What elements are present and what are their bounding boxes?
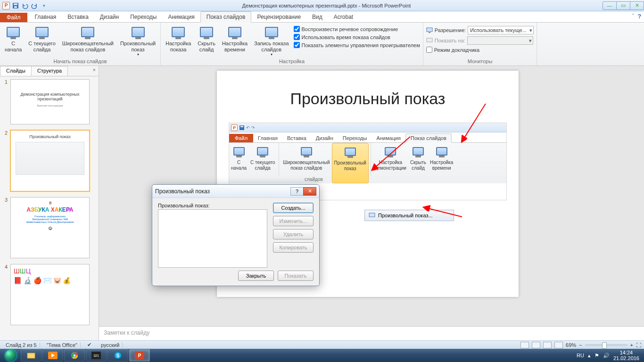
svg-rect-8 [369,213,375,217]
svg-point-16 [74,354,75,356]
tab-review[interactable]: Рецензирование [251,12,306,22]
svg-line-11 [424,207,462,217]
from-current-button[interactable]: С текущего слайда [26,24,57,53]
save-icon[interactable] [11,1,20,10]
tab-file[interactable]: Файл [0,13,27,22]
chk-controls[interactable]: Показать элементы управления проигрывате… [294,41,420,49]
notes-pane[interactable]: Заметки к слайду [99,326,644,340]
work-area: Слайды Структура × 1 Демонстрация компью… [0,66,644,340]
tab-outline[interactable]: Структура [31,66,68,76]
redo-icon[interactable] [30,1,39,10]
svg-rect-4 [429,32,430,33]
taskbar-skype[interactable]: S [107,349,128,362]
taskbar-mpc[interactable]: 321 [86,349,107,362]
tab-home[interactable]: Главная [29,12,62,22]
thumb-1[interactable]: Демонстрация компьютерных презентацийКра… [10,79,90,124]
dialog-listbox[interactable] [158,209,267,268]
inset-tab-home: Главная [253,134,282,142]
dialog-edit-button: Изменить... [273,216,314,226]
annotation-arrow-3 [420,203,467,222]
zoom-fit-button[interactable]: ⛶ [636,342,641,348]
status-bar: Слайд 2 из 5 "Тема Office" ✔ русский 69%… [0,340,644,349]
ribbon-group-monitors: Разрешение: Использовать текуще... Показ… [423,23,537,66]
thumbnails[interactable]: 1 Демонстрация компьютерных презентацийК… [0,76,99,340]
inset-tab-insert: Вставка [282,134,311,142]
view-normal-button[interactable] [520,342,529,348]
zoom-slider[interactable] [585,344,627,346]
chk-presenter-view[interactable]: Режим докладчика [426,46,479,53]
tab-insert[interactable]: Вставка [62,12,94,22]
view-slideshow-button[interactable] [554,342,563,348]
status-spellcheck-icon[interactable]: ✔ [84,342,94,348]
start-button[interactable] [2,349,20,362]
record-button[interactable]: Запись показа слайдов▾ [252,24,290,58]
panel-close-icon[interactable]: × [90,66,99,76]
tab-animations[interactable]: Анимация [162,12,200,22]
monitor-icon [426,27,433,33]
maximize-button[interactable]: ▭ [616,1,630,10]
dialog-create-button[interactable]: Создать... [273,203,314,213]
qat-customize-icon[interactable]: ▾ [40,1,48,10]
taskbar: 321 S P RU ▴ ⚑ 🔊 14:24 21.02.2016 [0,349,644,362]
svg-text:P: P [138,353,141,358]
taskbar-explorer[interactable] [21,349,41,362]
minimize-button[interactable]: — [603,1,617,10]
tray-flag-icon[interactable]: ⚑ [594,353,599,359]
thumb-3[interactable]: 🦉 АЗБУКА ХАКЕРА Учитель информатики Запо… [10,197,90,258]
tab-design[interactable]: Дизайн [94,12,124,22]
tray-show-hidden-icon[interactable]: ▴ [588,353,591,359]
resolution-combo[interactable]: Использовать текуще... [468,26,534,34]
inset-undo-icon: ↶ [246,125,250,130]
inset-redo-icon: ↷ [251,125,255,130]
tab-acrobat[interactable]: Acrobat [328,12,359,22]
zoom-in-button[interactable]: + [630,342,633,348]
help-icon[interactable]: ? [638,13,641,20]
dialog-list-label: Произвольный показ: [158,203,267,208]
view-reading-button[interactable] [543,342,552,348]
tab-view[interactable]: Вид [306,12,328,22]
dialog-close-button[interactable]: ✕ [303,187,316,196]
close-button[interactable]: ✕ [630,1,644,10]
tab-slideshow[interactable]: Показ слайдов [200,11,252,23]
tray-clock[interactable]: 14:24 21.02.2016 [613,350,639,361]
ribbon-minimize-icon[interactable]: ˇ [632,13,634,20]
inset-from-current: С текущего слайда [248,143,277,183]
svg-line-10 [372,137,410,170]
view-sorter-button[interactable] [532,342,540,348]
system-tray: RU ▴ ⚑ 🔊 14:24 21.02.2016 [577,350,642,361]
dialog-titlebar[interactable]: Произвольный показ ? ✕ [152,185,319,198]
rehearse-button[interactable]: Настройка времени [220,24,249,53]
taskbar-chrome[interactable] [64,349,85,362]
dialog-copy-button: Копировать [273,242,314,253]
tray-volume-icon[interactable]: 🔊 [603,353,610,359]
svg-rect-12 [27,353,35,358]
ribbon-group-setup: Настройка показа Скрыть слайд Настройка … [161,23,423,66]
ribbon: С начала С текущего слайда Широковещател… [0,23,644,66]
ribbon-tabs: Файл Главная Вставка Дизайн Переходы Ани… [0,11,644,23]
status-language[interactable]: русский [98,342,123,348]
chk-narration[interactable]: Воспроизвести речевое сопровождение [294,25,420,33]
zoom-out-button[interactable]: − [579,342,582,348]
tray-lang[interactable]: RU [577,353,584,358]
zoom-value: 69% [566,342,576,348]
thumb-4[interactable]: ШШЦ 📕 🔬 🍎 ✉️ 🐷 💰 [10,264,90,325]
setup-show-button[interactable]: Настройка показа [164,24,193,53]
svg-rect-5 [427,38,432,42]
tab-transitions[interactable]: Переходы [124,12,162,22]
from-beginning-button[interactable]: С начала [3,24,24,53]
chk-timings[interactable]: Использовать время показа слайдов [294,33,420,41]
dialog-close-footer-button[interactable]: Закрыть [238,271,274,281]
inset-from-start: С начала [229,143,248,183]
dialog-help-button[interactable]: ? [290,187,304,196]
taskbar-mediaplayer[interactable] [42,349,63,362]
dialog-show-button: Показать [278,271,314,281]
taskbar-powerpoint[interactable]: P [129,349,150,362]
thumb-2[interactable]: Произвольный показ [10,130,90,191]
svg-rect-3 [427,28,432,32]
tab-slides[interactable]: Слайды [0,66,32,76]
custom-show-button[interactable]: Произвольный показ▾ [118,24,157,58]
svg-line-9 [462,104,486,141]
undo-icon[interactable] [21,1,29,10]
broadcast-button[interactable]: Широковещательный показ слайдов [60,24,116,53]
hide-slide-button[interactable]: Скрыть слайд [196,24,217,53]
